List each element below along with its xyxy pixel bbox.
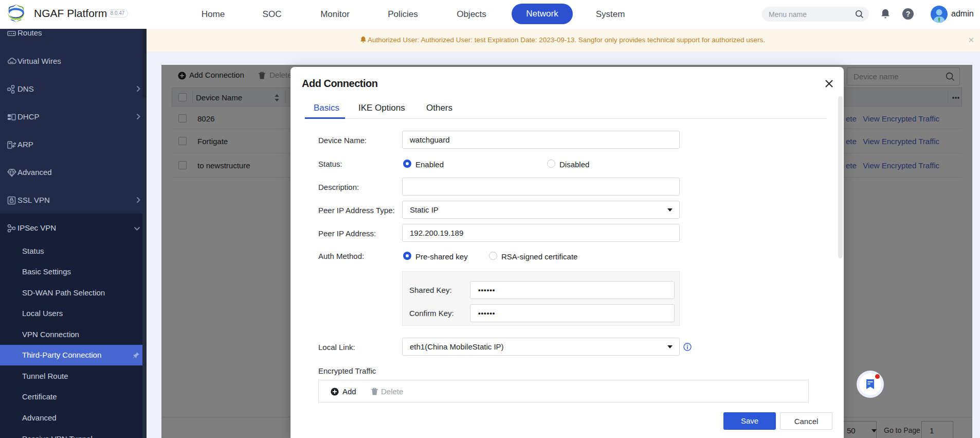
- svg-text:?: ?: [906, 10, 911, 18]
